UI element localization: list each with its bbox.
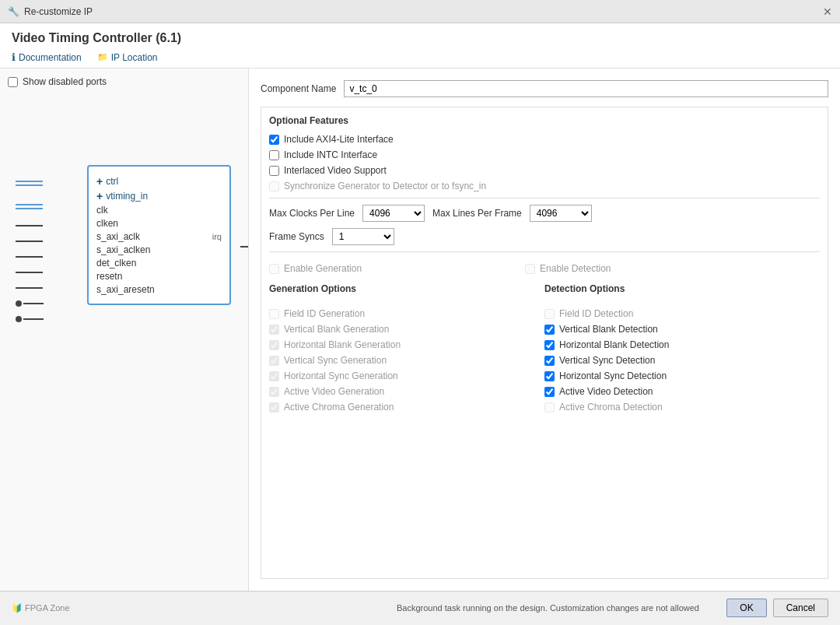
show-disabled-checkbox[interactable]	[8, 77, 18, 87]
enable-det-label: Enable Detection	[540, 263, 611, 274]
scrollable-content[interactable]: Optional Features Include AXI4-Lite Inte…	[261, 107, 828, 579]
port-resetn: resetn	[96, 271, 222, 282]
gen-vblank-label: Vertical Blank Generation	[284, 324, 389, 335]
ctrl-plus-icon: +	[96, 175, 103, 188]
det-hblank-row: Horizontal Blank Detection	[544, 339, 820, 350]
frame-syncs-select[interactable]: 1 2 4	[332, 228, 394, 245]
gen-vblank-checkbox	[269, 325, 279, 335]
app-header: Video Timing Controller (6.1) ℹ Document…	[0, 23, 840, 68]
option-axi4-row: Include AXI4-Lite Interface	[269, 134, 820, 145]
det-vblank-checkbox[interactable]	[544, 325, 555, 335]
s-axi-aresetn-label: s_axi_aresetn	[96, 284, 155, 295]
resetn-label: resetn	[96, 271, 122, 282]
det-active-video-checkbox[interactable]	[544, 387, 555, 397]
port-s-axi-aclken: s_axi_aclken	[96, 244, 222, 255]
ctrl-label: ctrl	[106, 176, 118, 187]
port-clk: clk	[96, 205, 222, 216]
resetn-line	[23, 303, 44, 304]
gen-vsync-row: Vertical Sync Generation	[269, 355, 544, 366]
det-vsync-label: Vertical Sync Detection	[559, 355, 655, 366]
gen-hsync-row: Horizontal Sync Generation	[269, 370, 544, 381]
det-vsync-checkbox[interactable]	[544, 356, 555, 366]
ok-button[interactable]: OK	[726, 599, 766, 617]
det-active-chroma-row: Active Chroma Detection	[544, 402, 820, 413]
title-bar-left: 🔧 Re-customize IP	[8, 6, 93, 17]
enable-gen-label: Enable Generation	[284, 263, 362, 274]
fpga-zone-watermark: 🔰 FPGA Zone	[12, 603, 70, 613]
option-intc-checkbox[interactable]	[269, 150, 279, 160]
bottom-buttons: OK Cancel	[726, 599, 828, 617]
option-axi4-checkbox[interactable]	[269, 135, 279, 145]
port-s-axi-aresetn: s_axi_aresetn	[96, 284, 222, 295]
det-field-id-row: Field ID Detection	[544, 308, 820, 319]
det-hsync-row: Horizontal Sync Detection	[544, 370, 820, 381]
det-hsync-checkbox[interactable]	[544, 371, 555, 381]
vtiming-label: vtiming_in	[106, 191, 148, 202]
app-toolbar: ℹ Documentation 📁 IP Location	[12, 51, 828, 68]
det-hblank-checkbox[interactable]	[544, 340, 555, 350]
clken-line	[16, 241, 43, 242]
left-panel: Show disabled ports	[0, 68, 249, 591]
optional-features-title: Optional Features	[269, 115, 820, 126]
gen-options-header: Generation Options	[269, 283, 544, 299]
option-axi4-label: Include AXI4-Lite Interface	[284, 134, 394, 145]
max-clocks-select[interactable]: 4096 2048 1024	[362, 205, 425, 222]
gen-active-video-label: Active Video Generation	[284, 386, 384, 397]
frame-syncs-row: Frame Syncs 1 2 4	[269, 228, 820, 245]
clken-label: clken	[96, 218, 118, 229]
det-vsync-row: Vertical Sync Detection	[544, 355, 820, 366]
gen-active-chroma-row: Active Chroma Generation	[269, 402, 544, 413]
option-interlaced-row: Interlaced Video Support	[269, 165, 820, 176]
option-sync-label: Synchronize Generator to Detector or to …	[284, 181, 486, 191]
separator-1	[269, 198, 820, 198]
documentation-button[interactable]: ℹ Documentation	[12, 51, 82, 63]
ip-location-button[interactable]: 📁 IP Location	[97, 52, 158, 63]
component-name-input[interactable]	[344, 80, 828, 97]
app-title: Video Timing Controller (6.1)	[12, 31, 828, 45]
gen-vblank-row: Vertical Blank Generation	[269, 324, 544, 335]
option-intc-label: Include INTC Interface	[284, 149, 377, 160]
det-hblank-label: Horizontal Blank Detection	[559, 339, 669, 350]
documentation-label: Documentation	[19, 52, 82, 63]
det-options-header: Detection Options	[544, 283, 820, 299]
enable-det-checkbox	[525, 264, 535, 274]
option-sync-row: Synchronize Generator to Detector or to …	[269, 181, 820, 191]
clk-line	[16, 225, 43, 226]
det-options-col: Field ID Detection Vertical Blank Detect…	[544, 304, 820, 417]
gen-vsync-label: Vertical Sync Generation	[284, 355, 387, 366]
gen-active-chroma-label: Active Chroma Generation	[284, 402, 394, 413]
det-active-video-label: Active Video Detection	[559, 386, 653, 397]
max-lines-select[interactable]: 4096 2048 1024	[530, 205, 592, 222]
irq-right-line	[240, 246, 249, 248]
fpga-logo-area: 🔰 FPGA Zone	[12, 602, 369, 613]
irq-label: irq	[212, 232, 222, 241]
gen-active-video-row: Active Video Generation	[269, 386, 544, 397]
port-ctrl: + ctrl	[96, 175, 222, 188]
enable-row: Enable Generation Enable Detection	[269, 258, 820, 279]
max-clocks-label: Max Clocks Per Line	[269, 208, 355, 219]
gen-active-video-checkbox	[269, 387, 279, 397]
show-disabled-row: Show disabled ports	[8, 76, 240, 87]
det-options-title: Detection Options	[544, 283, 820, 294]
resetn-line-wrap	[16, 300, 48, 307]
det-active-video-row: Active Video Detection	[544, 386, 820, 397]
gen-field-id-label: Field ID Generation	[284, 308, 365, 319]
s-axi-aresetn-line-wrap	[16, 316, 48, 322]
close-button[interactable]: ✕	[823, 5, 832, 18]
clocks-lines-row: Max Clocks Per Line 4096 2048 1024 Max L…	[269, 205, 820, 222]
main-area: Show disabled ports	[0, 68, 840, 591]
location-icon: 📁	[97, 52, 108, 62]
left-lines	[16, 165, 48, 327]
det-field-id-checkbox	[544, 309, 555, 319]
det-clken-line	[16, 287, 43, 289]
port-box: + ctrl + vtiming_in clk clken s_axi_aclk	[87, 165, 231, 305]
option-sync-checkbox	[269, 181, 279, 191]
option-interlaced-checkbox[interactable]	[269, 166, 279, 176]
cancel-button[interactable]: Cancel	[773, 599, 828, 617]
s-axi-aclken-label: s_axi_aclken	[96, 244, 150, 255]
gen-field-id-checkbox	[269, 309, 279, 319]
gen-hsync-label: Horizontal Sync Generation	[284, 370, 398, 381]
ip-location-label: IP Location	[111, 52, 158, 63]
info-icon: ℹ	[12, 51, 16, 63]
gen-hblank-row: Horizontal Blank Generation	[269, 339, 544, 350]
